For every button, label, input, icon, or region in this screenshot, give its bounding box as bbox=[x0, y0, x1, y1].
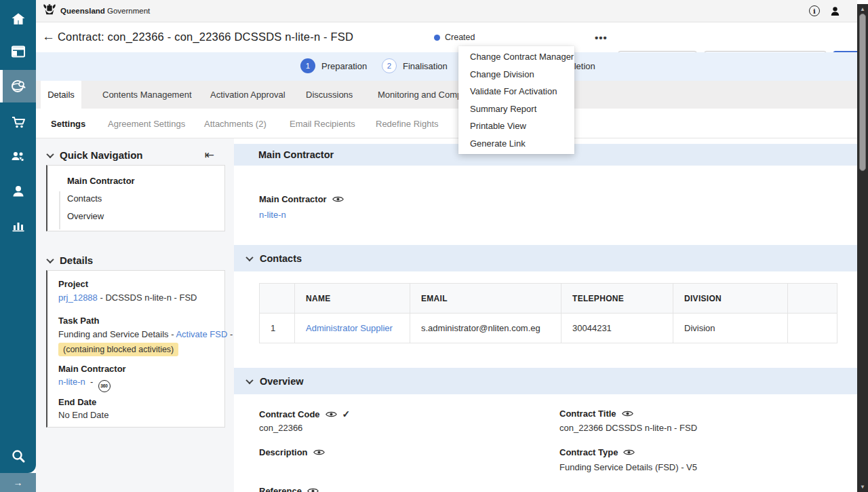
activate-fsd-link[interactable]: Activate FSD bbox=[176, 329, 227, 339]
sidebar-item-search[interactable] bbox=[0, 440, 36, 472]
menu-item-summary-report[interactable]: Summary Report bbox=[458, 100, 574, 118]
page-title: Contract: con_22366 - con_22366 DCSSDS n… bbox=[58, 31, 353, 43]
quick-navigation-card: Main Contractor Contacts Overview bbox=[46, 165, 225, 231]
quicknav-item-contacts[interactable]: Contacts bbox=[67, 193, 102, 204]
subtab-agreement-settings[interactable]: Agreement Settings bbox=[108, 109, 185, 138]
contact-name-link[interactable]: Administrator Supplier bbox=[306, 323, 393, 333]
sidebar-expand-button[interactable]: → bbox=[0, 473, 36, 492]
menu-item-generate-link[interactable]: Generate Link bbox=[458, 135, 574, 153]
details-panel-title: Details bbox=[60, 254, 93, 266]
chevron-down-icon bbox=[46, 150, 54, 157]
app-window: → Queensland Government i ← Contract: co… bbox=[0, 0, 868, 492]
eye-icon[interactable] bbox=[326, 411, 337, 418]
step-1-label: Preparation bbox=[321, 61, 367, 71]
eye-icon[interactable] bbox=[623, 449, 635, 456]
sidebar-item-dashboard[interactable] bbox=[0, 35, 36, 68]
main-contractor-value: n-lite-n - 360 bbox=[58, 377, 111, 392]
main-tabs: Details Contents Management Activation A… bbox=[36, 81, 857, 109]
more-actions-menu: Change Contract Manager Change Division … bbox=[458, 46, 574, 154]
contractor-360-view-icon[interactable]: 360 bbox=[98, 380, 111, 392]
blocked-activities-warning: (containing blocked activities) bbox=[58, 343, 178, 356]
step-preparation[interactable]: 1 Preparation bbox=[300, 58, 367, 73]
tab-contents-management[interactable]: Contents Management bbox=[102, 81, 192, 109]
col-email: EMAIL bbox=[410, 284, 561, 314]
details-panel-header[interactable]: Details bbox=[47, 254, 93, 266]
more-actions-button[interactable]: ••• bbox=[592, 29, 610, 46]
sidebar-item-sourcing[interactable] bbox=[0, 70, 36, 102]
left-panel: Quick Navigation ⇤ Main Contractor Conta… bbox=[36, 138, 234, 492]
subtab-settings[interactable]: Settings bbox=[51, 109, 85, 138]
dashboard-icon bbox=[10, 43, 26, 60]
description-label: Description bbox=[259, 447, 325, 457]
contractor-link[interactable]: n-lite-n bbox=[58, 377, 85, 387]
step-finalisation[interactable]: 2 Finalisation bbox=[382, 58, 448, 73]
main-contractor-field-value: n-lite-n bbox=[259, 210, 286, 220]
sidebar-item-teams[interactable] bbox=[0, 140, 36, 173]
section-contacts-header[interactable]: Contacts bbox=[234, 245, 857, 271]
contact-email-cell: s.administrator@nliten.com.eg bbox=[410, 314, 561, 343]
workflow-stepper: 1 Preparation 2 Finalisation 3 Completio… bbox=[36, 52, 857, 81]
section-main-contractor-title: Main Contractor bbox=[258, 149, 334, 160]
contacts-table: NAME EMAIL TELEPHONE DIVISION 1 Administ… bbox=[259, 283, 837, 343]
section-overview-header[interactable]: Overview bbox=[234, 368, 857, 394]
end-date-value: No End Date bbox=[58, 410, 108, 420]
menu-item-printable-view[interactable]: Printable View bbox=[458, 117, 574, 135]
contact-name-cell: Administrator Supplier bbox=[295, 314, 410, 343]
tab-details[interactable]: Details bbox=[41, 81, 81, 109]
sidebar-item-profile[interactable] bbox=[0, 175, 36, 208]
contact-division-cell: Division bbox=[673, 314, 788, 343]
contact-actions-cell bbox=[788, 314, 837, 343]
eye-icon[interactable] bbox=[313, 449, 325, 456]
sidebar-item-home[interactable] bbox=[0, 3, 36, 35]
subtab-redefine-rights[interactable]: Redefine Rights bbox=[376, 109, 439, 138]
contract-title-value: con_22366 DCSSDS n-lite-n - FSD bbox=[559, 423, 697, 433]
back-button[interactable]: ← bbox=[42, 29, 55, 44]
status-dot-icon bbox=[434, 35, 440, 41]
step-1-circle: 1 bbox=[300, 58, 315, 73]
col-division: DIVISION bbox=[673, 284, 788, 314]
contract-code-label: Contract Code ✓ bbox=[259, 409, 350, 419]
quick-navigation-header[interactable]: Quick Navigation ⇤ bbox=[47, 149, 225, 161]
quicknav-item-main-contractor[interactable]: Main Contractor bbox=[67, 176, 135, 186]
brand-text: Queensland Government bbox=[60, 7, 150, 15]
sub-tabs: Settings Agreement Settings Attachments … bbox=[36, 109, 857, 138]
menu-item-validate-for-activation[interactable]: Validate For Activation bbox=[458, 83, 574, 100]
collapse-panel-icon[interactable]: ⇤ bbox=[205, 148, 214, 162]
col-actions bbox=[788, 284, 837, 314]
sidebar-item-cart[interactable] bbox=[0, 106, 36, 138]
main-contractor-field-label: Main Contractor bbox=[259, 194, 344, 204]
col-index bbox=[260, 284, 295, 314]
subtab-attachments[interactable]: Attachments (2) bbox=[204, 109, 267, 138]
menu-item-change-division[interactable]: Change Division bbox=[458, 66, 574, 83]
end-date-label: End Date bbox=[58, 397, 96, 407]
eye-icon[interactable] bbox=[332, 195, 344, 203]
tab-activation-approval[interactable]: Activation Approval bbox=[210, 81, 285, 109]
check-icon: ✓ bbox=[342, 409, 351, 419]
nav-rail bbox=[59, 191, 60, 229]
menu-item-change-contract-manager[interactable]: Change Contract Manager bbox=[458, 48, 574, 66]
eye-icon[interactable] bbox=[622, 410, 633, 417]
vertical-scrollbar[interactable]: ▲ ▼ bbox=[857, 4, 868, 492]
scrollbar-thumb[interactable] bbox=[859, 14, 866, 171]
subtab-email-recipients[interactable]: Email Recipients bbox=[290, 109, 355, 138]
sidebar-item-reports[interactable] bbox=[0, 210, 36, 242]
chevron-down-icon bbox=[46, 255, 54, 263]
scroll-down-icon[interactable]: ▼ bbox=[857, 484, 868, 490]
sidebar bbox=[0, 0, 36, 473]
main-content: Main Contractor Main Contractor n-lite-n… bbox=[234, 138, 857, 492]
scroll-up-icon[interactable]: ▲ bbox=[857, 6, 868, 12]
info-icon[interactable]: i bbox=[809, 5, 820, 16]
status-badge: Created bbox=[434, 33, 475, 42]
step-2-circle: 2 bbox=[382, 58, 397, 73]
contract-type-value: Funding Service Details (FSD) - V5 bbox=[559, 462, 697, 472]
eye-icon[interactable] bbox=[307, 487, 319, 492]
user-avatar-icon[interactable] bbox=[829, 5, 841, 17]
reference-label: Reference bbox=[259, 486, 319, 492]
contact-telephone-cell: 30044231 bbox=[561, 314, 673, 343]
task-path-value: Funding and Service Details - Activate F… bbox=[58, 329, 233, 339]
contact-row-number: 1 bbox=[260, 314, 295, 343]
project-link[interactable]: prj_12888 bbox=[58, 292, 98, 303]
tab-discussions[interactable]: Discussions bbox=[306, 81, 353, 109]
contractor-link[interactable]: n-lite-n bbox=[259, 210, 286, 220]
quicknav-item-overview[interactable]: Overview bbox=[67, 211, 104, 221]
